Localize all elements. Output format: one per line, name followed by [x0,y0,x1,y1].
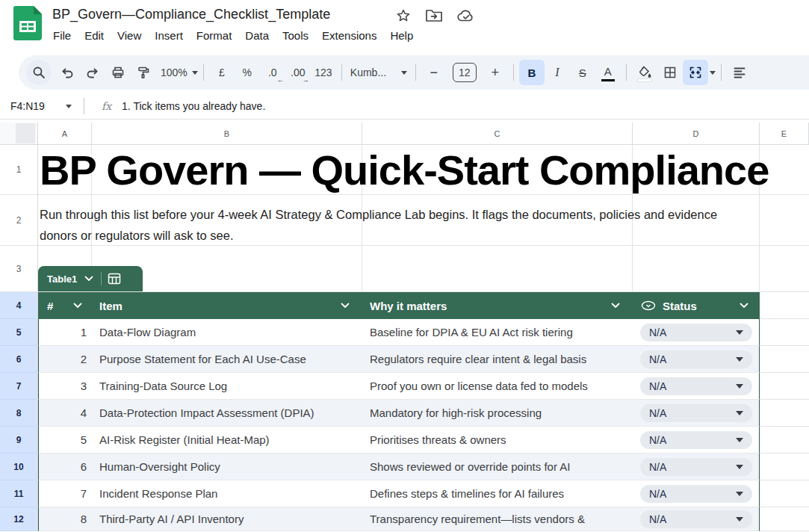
menu-item-view[interactable]: View [111,27,148,44]
cell-item[interactable]: Data-Flow Diagram [99,319,196,345]
row-header[interactable]: 12 [0,507,38,531]
sheet-row[interactable]: Table1 [38,246,809,292]
table-header-why[interactable]: Why it matters [370,292,633,319]
select-all-corner[interactable] [0,123,38,145]
merge-options-chevron[interactable] [710,71,716,75]
sheets-logo[interactable] [13,6,42,40]
status-dropdown-chip[interactable]: N/A [640,404,752,422]
table-header-item[interactable]: Item [99,292,123,319]
sheet-row[interactable]: 8 Third-Party AI / API Inventory Transpa… [38,507,809,531]
sort-chevron-icon[interactable] [341,292,350,319]
name-box[interactable]: F4:N19 [0,100,66,112]
borders-button[interactable] [657,60,683,85]
menu-item-insert[interactable]: Insert [148,27,190,44]
row-header[interactable]: 11 [0,480,38,507]
cell-number[interactable]: 4 [39,400,87,426]
menu-item-data[interactable]: Data [238,27,276,44]
zoom-select[interactable]: 100% [161,60,198,85]
cell-number[interactable]: 5 [39,427,87,453]
cell-number[interactable]: 1 [39,319,87,345]
cell-number[interactable]: 3 [39,373,87,399]
cell-number[interactable]: 7 [39,480,87,507]
row-header[interactable]: 7 [0,373,38,400]
table-name-tab[interactable]: Table1 [38,266,143,291]
cell-number[interactable]: 6 [39,454,87,480]
cell-why-it-matters[interactable]: Baseline for DPIA & EU AI Act risk tieri… [370,319,633,345]
sheet-row[interactable]: BP Govern — Quick-Start Compliance [38,145,809,195]
merge-cells-button[interactable] [683,60,708,85]
status-dropdown-chip[interactable]: N/A [640,510,752,528]
column-header-C[interactable]: C [362,123,633,145]
row-header[interactable]: 2 [0,195,38,246]
cell-why-it-matters[interactable]: Proof you own or license data fed to mod… [370,373,633,399]
cell-number[interactable]: 8 [39,507,87,531]
document-title[interactable]: BP_Govern—Compliance_Checklist_Template [52,7,330,22]
menu-item-extensions[interactable]: Extensions [315,27,383,44]
sheet-row[interactable]: 7 Incident Response Plan Defines steps &… [38,480,809,507]
sort-chevron-icon[interactable] [611,292,620,319]
status-dropdown-chip[interactable]: N/A [640,485,752,503]
cell-item[interactable]: Training-Data Source Log [99,373,227,399]
font-select[interactable]: Kumb... [347,60,410,85]
row-header[interactable]: 4 [0,292,38,319]
row-header[interactable]: 8 [0,400,38,427]
percent-format-button[interactable]: % [235,60,260,85]
cell-item[interactable]: AI-Risk Register (Initial Heat-Map) [99,427,270,453]
formula-input[interactable]: 1. Tick items you already have. [122,100,265,112]
sort-chevron-icon[interactable] [73,292,82,319]
row-header[interactable]: 10 [0,454,38,480]
cell-item[interactable]: Incident Response Plan [99,480,217,507]
table-header-row[interactable]: #ItemWhy it mattersStatus [38,292,809,319]
sheet-row[interactable]: 4 Data-Protection Impact Assessment (DPI… [38,400,809,427]
sheet-row[interactable]: Run through this list before your 4-week… [38,195,809,246]
menu-item-format[interactable]: Format [190,27,239,44]
menu-item-edit[interactable]: Edit [78,27,111,44]
cell-number[interactable]: 2 [39,346,87,372]
decrease-decimal-button[interactable]: .0← [260,60,285,85]
menu-item-help[interactable]: Help [383,27,420,44]
sheet-row[interactable]: 5 AI-Risk Register (Initial Heat-Map) Pr… [38,427,809,454]
column-header-A[interactable]: A [38,123,92,145]
cell-why-it-matters[interactable]: Defines steps & timelines for AI failure… [370,480,633,507]
menu-item-file[interactable]: File [46,27,78,44]
cell-why-it-matters[interactable]: Prioritises threats & owners [370,427,633,453]
star-icon[interactable] [396,8,411,23]
menu-item-tools[interactable]: Tools [276,27,315,44]
sheet-row[interactable]: 2 Purpose Statement for Each AI Use-Case… [38,346,809,373]
table-options-icon[interactable] [108,273,121,285]
undo-icon[interactable] [55,60,80,85]
increase-font-size-button[interactable]: + [483,60,508,85]
currency-format-button[interactable]: £ [209,60,235,85]
print-icon[interactable] [105,60,131,85]
sheet-row[interactable]: 1 Data-Flow Diagram Baseline for DPIA & … [38,319,809,346]
bold-button[interactable]: B [519,60,545,85]
column-header-D[interactable]: D [633,123,760,145]
sort-chevron-icon[interactable] [740,292,748,319]
increase-decimal-button[interactable]: .00→ [285,60,311,85]
cell-item[interactable]: Purpose Statement for Each AI Use-Case [99,346,306,372]
row-header[interactable]: 6 [0,346,38,373]
cell-item[interactable]: Human-Oversight Policy [99,454,220,480]
cell-why-it-matters[interactable]: Mandatory for high-risk processing [370,400,633,426]
strikethrough-button[interactable]: S [570,60,595,85]
cell-why-it-matters[interactable]: Shows reviewed or override points for AI [370,454,633,480]
table-header-num[interactable]: # [47,292,53,319]
cell-why-it-matters[interactable]: Regulators require clear intent & legal … [370,346,633,372]
status-dropdown-chip[interactable]: N/A [640,324,752,341]
font-size-input[interactable]: 12 [453,63,477,82]
row-header[interactable]: 9 [0,427,38,454]
sheet-row[interactable]: 3 Training-Data Source Log Proof you own… [38,373,809,400]
cell-item[interactable]: Third-Party AI / API Inventory [99,507,244,531]
status-dropdown-chip[interactable]: N/A [640,377,752,395]
table-header-status[interactable]: Status [663,292,697,319]
status-dropdown-chip[interactable]: N/A [640,350,752,368]
italic-button[interactable]: I [545,60,570,85]
move-folder-icon[interactable] [426,9,442,22]
fill-color-button[interactable] [632,60,657,85]
status-dropdown-chip[interactable]: N/A [640,431,752,449]
row-header[interactable]: 1 [0,145,38,195]
cell-item[interactable]: Data-Protection Impact Assessment (DPIA) [99,400,314,426]
paint-format-icon[interactable] [131,60,156,85]
sheet-row[interactable]: 6 Human-Oversight Policy Shows reviewed … [38,454,809,480]
name-box-chevron[interactable] [66,105,72,108]
